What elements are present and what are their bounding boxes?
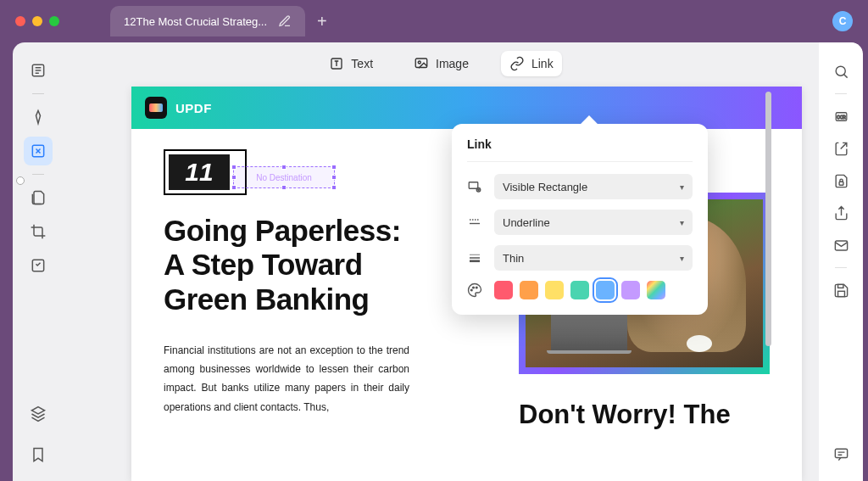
save-button[interactable] <box>827 277 854 304</box>
brand-text: UPDF <box>175 101 212 115</box>
thickness-row: Thin <box>467 245 693 271</box>
reader-tool[interactable] <box>24 56 53 85</box>
text-tool[interactable]: Text <box>320 51 381 76</box>
thickness-icon <box>467 250 482 266</box>
resize-handle[interactable] <box>281 165 287 170</box>
layers-tool[interactable] <box>24 400 53 428</box>
convert-button[interactable] <box>827 135 854 162</box>
updf-logo-icon <box>145 97 167 119</box>
minimize-window-button[interactable] <box>32 16 42 26</box>
popup-title: Link <box>467 137 693 162</box>
color-swatches <box>494 281 665 299</box>
svg-point-11 <box>476 287 477 288</box>
resize-handle[interactable] <box>331 175 337 180</box>
image-icon <box>414 56 429 71</box>
color-teal[interactable] <box>570 281 589 299</box>
ocr-button[interactable]: OCR <box>827 103 854 130</box>
svg-point-10 <box>473 287 475 288</box>
style-row: Underline <box>467 210 693 235</box>
link-placeholder-text: No Destination <box>256 173 312 182</box>
window-controls <box>15 16 59 26</box>
visibility-select[interactable]: Visible Rectangle <box>494 174 693 199</box>
article-title: Going Paperless: A Step Toward Green Ban… <box>164 214 401 316</box>
link-tool-label: Link <box>531 57 554 70</box>
resize-handle[interactable] <box>231 175 236 180</box>
link-tool[interactable]: Link <box>501 51 562 76</box>
bookmark-tool[interactable] <box>24 440 53 469</box>
thickness-value: Thin <box>503 252 524 265</box>
svg-point-5 <box>418 61 420 64</box>
svg-point-12 <box>836 66 845 76</box>
page-number: 11 <box>169 154 230 190</box>
color-purple[interactable] <box>621 281 640 299</box>
separator <box>32 174 44 175</box>
visibility-icon <box>467 179 482 194</box>
thickness-select[interactable]: Thin <box>494 245 693 271</box>
new-tab-button[interactable]: + <box>317 12 327 31</box>
resize-handle[interactable] <box>281 185 287 190</box>
comment-button[interactable] <box>827 440 854 467</box>
visibility-row: Visible Rectangle <box>467 174 693 199</box>
image-tool-label: Image <box>436 57 469 70</box>
link-annotation-selection[interactable]: No Destination <box>233 166 335 188</box>
title-line: Green Banking <box>164 282 401 316</box>
main-window: Text Image Link UPDF 11 No Destination <box>13 42 863 481</box>
close-window-button[interactable] <box>15 16 25 26</box>
visibility-value: Visible Rectangle <box>503 181 587 193</box>
svg-rect-15 <box>839 182 843 185</box>
title-line: A Step Toward <box>164 248 401 282</box>
color-blue[interactable] <box>596 281 615 299</box>
resize-handle[interactable] <box>331 185 337 190</box>
svg-point-8 <box>478 189 480 191</box>
article-subtitle: Don't Worry! The <box>519 400 770 429</box>
color-yellow[interactable] <box>545 281 564 299</box>
tab-title: 12The Most Crucial Strateg... <box>124 15 268 28</box>
title-line: Going Paperless: <box>164 214 401 248</box>
color-row <box>467 281 693 299</box>
separator <box>835 93 847 94</box>
color-orange[interactable] <box>520 281 538 299</box>
edit-tab-icon[interactable] <box>278 14 292 28</box>
svg-rect-6 <box>469 182 478 189</box>
document-tab[interactable]: 12The Most Crucial Strateg... <box>110 6 305 36</box>
form-tool[interactable] <box>24 251 53 280</box>
article-body: Financial institutions are not an except… <box>164 341 409 417</box>
color-custom[interactable] <box>647 281 665 299</box>
color-red[interactable] <box>494 281 513 299</box>
document-header: UPDF <box>131 87 802 129</box>
style-value: Underline <box>503 216 550 229</box>
scrollbar-thumb[interactable] <box>765 92 771 346</box>
cup-illustration <box>687 335 712 352</box>
page-indicator-dot[interactable] <box>16 176 25 185</box>
highlight-tool[interactable] <box>24 103 53 131</box>
user-avatar[interactable]: C <box>832 11 853 31</box>
scrollbar[interactable] <box>765 92 771 431</box>
svg-rect-19 <box>835 449 847 457</box>
image-tool[interactable]: Image <box>405 51 477 76</box>
search-button[interactable] <box>827 58 854 85</box>
svg-text:OCR: OCR <box>837 115 846 119</box>
link-icon <box>509 56 525 71</box>
crop-tool[interactable] <box>24 217 53 246</box>
palette-icon <box>467 282 482 298</box>
style-select[interactable]: Underline <box>494 210 693 235</box>
underline-style-icon <box>467 215 482 230</box>
resize-handle[interactable] <box>331 165 337 170</box>
resize-handle[interactable] <box>231 165 236 170</box>
maximize-window-button[interactable] <box>49 16 59 26</box>
resize-handle[interactable] <box>231 185 236 190</box>
svg-rect-18 <box>837 291 844 296</box>
email-button[interactable] <box>827 232 854 259</box>
edit-tool[interactable] <box>24 137 53 165</box>
link-properties-popup: Link Visible Rectangle Underline Thin <box>452 124 708 315</box>
right-sidebar: OCR <box>819 42 863 481</box>
edit-toolbar: Text Image Link <box>64 42 819 85</box>
separator <box>835 267 847 268</box>
protect-button[interactable] <box>827 167 854 194</box>
pages-tool[interactable] <box>24 183 53 212</box>
svg-rect-17 <box>837 284 843 288</box>
text-icon <box>329 56 344 71</box>
left-sidebar <box>13 42 64 481</box>
svg-point-9 <box>470 289 472 291</box>
share-button[interactable] <box>827 199 854 227</box>
